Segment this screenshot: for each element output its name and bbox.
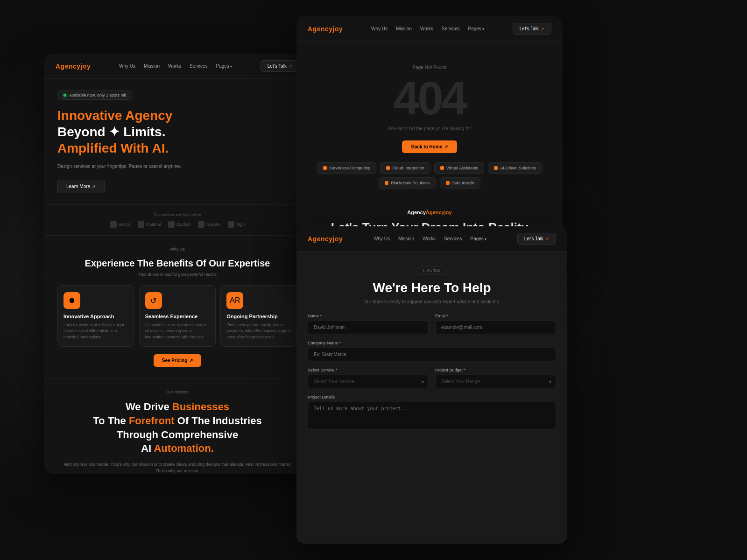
nav-link-why-us[interactable]: Why Us bbox=[119, 63, 135, 69]
benefit-title-0: Innovative Approach bbox=[63, 314, 128, 319]
tag-dot-1 bbox=[386, 166, 390, 170]
company-label: Company Name * bbox=[308, 341, 556, 345]
contact-nav-cta[interactable]: Let's Talk bbox=[517, 233, 556, 245]
main-nav-cta[interactable]: Let's Talk bbox=[261, 60, 299, 72]
contact-nav-link-mission[interactable]: Mission bbox=[398, 236, 414, 241]
featured-logos-section: Our services are featured on Vectra Opti… bbox=[44, 204, 310, 235]
nav-link-works[interactable]: Works bbox=[168, 63, 181, 69]
service-tag-4: Blockchain Solutions bbox=[379, 177, 436, 189]
contact-nav-link-pages[interactable]: Pages bbox=[470, 236, 486, 241]
benefit-icon-2: AR bbox=[226, 292, 243, 309]
dream-brand: AgencyAgencyjoy bbox=[310, 210, 549, 215]
tag-dot-5 bbox=[446, 181, 450, 185]
company-input[interactable] bbox=[308, 348, 556, 361]
name-input[interactable] bbox=[308, 321, 429, 334]
service-tag-1: Cloud Integration bbox=[380, 162, 430, 174]
benefit-card-1: ↺ Seamless Experience A seamless user ex… bbox=[139, 285, 216, 347]
contact-nav: Agencyjoy Why Us Mission Works Services … bbox=[296, 226, 567, 252]
form-group-budget: Project Budget * Select Your Range ▾ bbox=[435, 368, 556, 388]
logo-row: Vectra Optimal Zapfast Grapho Sign bbox=[57, 221, 297, 228]
mission-section: Our Mission We Drive Businesses To The F… bbox=[44, 378, 310, 474]
availability-dot bbox=[63, 94, 66, 97]
logo-optimal: Optimal bbox=[138, 221, 161, 228]
benefit-title-2: Ongoing Partnership bbox=[226, 314, 291, 319]
404-nav-link-mission[interactable]: Mission bbox=[396, 26, 412, 31]
contact-nav-logo: Agencyjoy bbox=[308, 235, 343, 243]
service-tag-2: Virtual Assistants bbox=[434, 162, 484, 174]
learn-more-button[interactable]: Learn More bbox=[57, 180, 105, 193]
email-label: Email * bbox=[435, 314, 556, 318]
404-nav-cta[interactable]: Let's Talk bbox=[513, 23, 551, 35]
contact-nav-link-why-us[interactable]: Why Us bbox=[374, 236, 390, 241]
mission-title: We Drive Businesses To The Forefront Of … bbox=[57, 400, 297, 455]
404-nav-link-pages[interactable]: Pages bbox=[468, 26, 484, 31]
contact-nav-link-works[interactable]: Works bbox=[423, 236, 436, 241]
404-nav: Agencyjoy Why Us Mission Works Services … bbox=[296, 16, 563, 42]
benefits-subtitle: That drives impactful gain powerful resu… bbox=[57, 272, 297, 277]
tag-dot-3 bbox=[494, 166, 498, 170]
service-tag-5: Data Insight bbox=[440, 177, 480, 189]
tag-dot-2 bbox=[440, 166, 444, 170]
tag-dot-0 bbox=[323, 166, 327, 170]
404-nav-logo: Agencyjoy bbox=[308, 25, 343, 33]
form-group-email: Email * bbox=[435, 314, 556, 334]
main-nav-logo: Agencyjoy bbox=[56, 63, 91, 70]
availability-badge: Available now, only 3 spots left bbox=[57, 91, 132, 100]
page-not-found-label: Page Not Found bbox=[310, 65, 549, 70]
form-row-details: Project Details bbox=[308, 395, 556, 432]
budget-label: Project Budget * bbox=[435, 368, 556, 372]
benefit-card-0: ⏺ Innovative Approach Look for works tha… bbox=[57, 285, 134, 347]
details-label: Project Details bbox=[308, 395, 556, 399]
mission-tag: Our Mission bbox=[57, 390, 297, 394]
benefit-title-1: Seamless Experience bbox=[145, 314, 210, 319]
benefit-icon-0: ⏺ bbox=[63, 292, 80, 309]
nav-link-mission[interactable]: Mission bbox=[144, 63, 160, 69]
form-group-details: Project Details bbox=[308, 395, 556, 432]
benefit-desc-1: A seamless user experience across all de… bbox=[145, 322, 210, 340]
nav-link-pages[interactable]: Pages bbox=[216, 63, 232, 69]
back-to-home-button[interactable]: Back to Home bbox=[402, 140, 458, 153]
form-row-service-budget: Select Service * Select Your Service ▾ P… bbox=[308, 368, 556, 388]
mission-desc: First impressions matter. That's why our… bbox=[57, 461, 297, 474]
service-tag-0: Serverless Computing bbox=[317, 162, 377, 174]
main-nav: Agencyjoy Why Us Mission Works Services … bbox=[44, 54, 310, 79]
logo-sign: Sign bbox=[228, 221, 245, 228]
budget-select-wrapper: Select Your Range ▾ bbox=[435, 375, 556, 388]
contact-nav-links: Why Us Mission Works Services Pages bbox=[374, 236, 486, 241]
featured-label: Our services are featured on bbox=[57, 212, 297, 217]
service-select-wrapper: Select Your Service ▾ bbox=[308, 375, 429, 388]
404-nav-link-works[interactable]: Works bbox=[420, 26, 433, 31]
404-content: Page Not Found 404 We can't find the pag… bbox=[296, 42, 563, 153]
contact-nav-link-services[interactable]: Services bbox=[444, 236, 462, 241]
nav-link-services[interactable]: Services bbox=[190, 63, 207, 69]
form-group-name: Name * bbox=[308, 314, 429, 334]
404-nav-links: Why Us Mission Works Services Pages bbox=[371, 26, 484, 31]
form-row-name-email: Name * Email * bbox=[308, 314, 556, 334]
benefits-section: Why Us Experience The Benefits Of Our Ex… bbox=[44, 235, 310, 378]
benefit-desc-2: Find a new partner easily, not just prov… bbox=[226, 322, 291, 340]
404-nav-link-services[interactable]: Services bbox=[442, 26, 459, 31]
error-desc: We can't find the page you're looking fo… bbox=[310, 126, 549, 131]
budget-select[interactable]: Select Your Range bbox=[435, 375, 556, 388]
error-code: 404 bbox=[310, 75, 549, 121]
logo-grapho: Grapho bbox=[198, 221, 220, 228]
service-select[interactable]: Select Your Service bbox=[308, 375, 429, 388]
service-label: Select Service * bbox=[308, 368, 429, 372]
logo-vectra: Vectra bbox=[110, 221, 131, 228]
contact-tag: Let's Talk bbox=[417, 266, 446, 275]
benefit-icon-1: ↺ bbox=[145, 292, 162, 309]
404-nav-link-why-us[interactable]: Why Us bbox=[371, 26, 388, 31]
contact-subtitle: Our team is ready to support you with ex… bbox=[310, 299, 553, 304]
benefit-card-2: AR Ongoing Partnership Find a new partne… bbox=[220, 285, 297, 347]
benefit-desc-0: Look for works that reflect a unique cha… bbox=[63, 322, 128, 340]
service-tag-3: AI-Driven Solutions bbox=[488, 162, 542, 174]
contact-form: Name * Email * Company Name * Select Ser… bbox=[296, 314, 567, 448]
details-textarea[interactable] bbox=[308, 402, 556, 430]
see-pricing-button[interactable]: See Pricing bbox=[154, 354, 201, 367]
card-contact: Agencyjoy Why Us Mission Works Services … bbox=[296, 226, 567, 544]
email-input[interactable] bbox=[435, 321, 556, 334]
form-row-company: Company Name * bbox=[308, 341, 556, 361]
form-group-company: Company Name * bbox=[308, 341, 556, 361]
form-group-service: Select Service * Select Your Service ▾ bbox=[308, 368, 429, 388]
main-nav-links: Why Us Mission Works Services Pages bbox=[119, 63, 232, 69]
